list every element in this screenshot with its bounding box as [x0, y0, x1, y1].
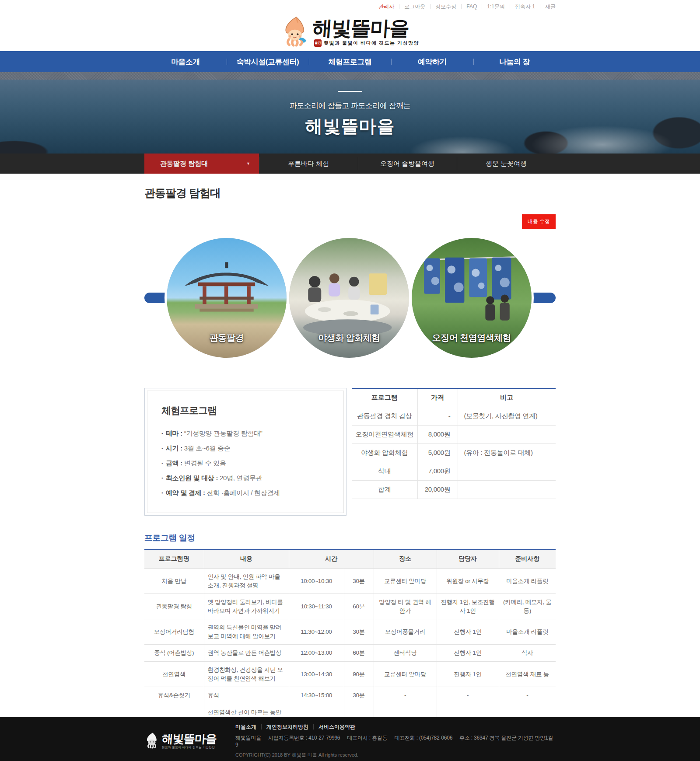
subnav-tab-blue-sea[interactable]: 푸른바다 체험 [259, 154, 358, 174]
site-header: 해빛뜰마을 울진 햇빛과 물빛이 바다에 깃드는 기성망양 [0, 13, 700, 51]
visitor-count: 접속자 1 [510, 4, 540, 9]
page: 관리자 로그아웃 정보수정 FAQ 1:1문의 접속자 1 새글 [0, 0, 700, 761]
util-link-inquiry[interactable]: 1:1문의 [482, 4, 510, 9]
price-row: 야생화 압화체험 5,000원 (유아 : 전통놀이로 대체) [352, 444, 556, 462]
desc-cell: 권역의 특산물인 미역을 말려보고 미역에 대해 알아보기 [204, 619, 289, 645]
hero-banner: 파도소리에 잠들고 파도소리에 잠깨는 해빛뜰마을 [0, 80, 700, 154]
price-header-price: 가격 [417, 388, 458, 407]
note-cell: (보물찾기, 사진촬영 연계) [458, 407, 556, 426]
nav-item-village-intro[interactable]: 마을소개 [144, 51, 227, 72]
footer-logo-subtitle: 햇빛과 물빛이 바다에 깃드는 기성망양 [162, 746, 217, 750]
footer-link-village-intro[interactable]: 마을소개 [235, 724, 262, 730]
schedule-heading: 프로그램 일정 [144, 532, 556, 544]
program-gallery: 관동팔경 [144, 235, 556, 366]
schedule-row: 오징어거리탐험 권역의 특산물인 미역을 말려보고 미역에 대해 알아보기 11… [144, 619, 556, 645]
hatched-strip [0, 72, 700, 80]
hero-divider [338, 91, 362, 92]
program-cell: 관동팔경 경치 감상 [352, 407, 417, 426]
site-logo[interactable]: 해빛뜰마을 울진 햇빛과 물빛이 바다에 깃드는 기성망양 [312, 18, 419, 47]
subnav-tab-squid-trip[interactable]: 오징어 솔방울여행 [358, 154, 457, 174]
edit-content-button[interactable]: 내용 수정 [522, 214, 556, 229]
footer-logo[interactable]: 해빛뜰마을 햇빛과 물빛이 바다에 깃드는 기성망양 [144, 731, 223, 751]
program-info-item-booking: ▪예약 및 결제 : 전화 ·홈페이지 / 현장결제 [161, 485, 329, 500]
manager-cell: 진행자 1인 [437, 661, 499, 687]
nav-item-reservation[interactable]: 예약하기 [391, 51, 473, 72]
materials-cell: 마을소개 리플릿 [499, 619, 556, 645]
manager-cell: 진행자 1인, 보조진행자 1인 [437, 594, 499, 619]
place-cell: 오징어풍물거리 [374, 619, 437, 645]
time-cell: 10:30~11:30 [289, 594, 344, 619]
util-link-logout[interactable]: 로그아웃 [399, 4, 430, 9]
manager-cell: 위원장 or 사무장 [437, 569, 499, 594]
nav-item-lodging[interactable]: 숙박시설(교류센터) [227, 51, 309, 72]
squid-mascot-icon[interactable] [281, 16, 309, 49]
main-nav: 마을소개 숙박시설(교류센터) 체험프로그램 예약하기 나눔의 장 [0, 51, 700, 72]
program-info-item-capacity: ▪최소인원 및 대상 : 20명, 연령무관 [161, 471, 329, 485]
subnav-tab-snow-trip[interactable]: 행운 눈꽃여행 [457, 154, 556, 174]
gallery-circle-dyeing[interactable]: 오징어 천염염색체험 [410, 236, 534, 360]
util-link-faq[interactable]: FAQ [462, 4, 482, 9]
note-cell: (유아 : 전통놀이로 대체) [458, 444, 556, 462]
footer-links: 마을소개 개인정보처리방침 서비스이용약관 [235, 724, 556, 730]
materials-cell: (카메라, 메모지, 물 등) [499, 594, 556, 619]
price-row: 식대 7,000원 [352, 462, 556, 481]
footer-copyright: COPYRIGHT(C) 2018 BY 해빛뜰 마을 All rights r… [235, 752, 556, 758]
place-cell: - [374, 687, 437, 704]
time-cell: 12:00~13:00 [289, 645, 344, 662]
program-cell: 오징어천연염색체험 [352, 426, 417, 444]
schedule-header-row: 프로그램명 내용 시간 장소 담당자 준비사항 [144, 549, 556, 569]
schedule-row: 중식 (어촌밥상) 권역 농산물로 만든 어촌밥상 12:00~13:00 60… [144, 645, 556, 662]
program-info-item-theme: ▪테마 : “기성망양 관동팔경 탐험대” [161, 426, 329, 441]
sub-nav: 관동팔경 탐험대 ▼ 푸른바다 체험 오징어 솔방울여행 행운 눈꽃여행 [0, 154, 700, 174]
time-cell: 13:00~14:30 [289, 661, 344, 687]
program-info-title: 체험프로그램 [161, 404, 329, 417]
manager-cell: 진행자 1인 [437, 645, 499, 662]
price-header-note: 비고 [458, 388, 556, 407]
price-table: 프로그램 가격 비고 관동팔경 경치 감상 - (보물찾기, 사진촬영 연계) … [352, 388, 556, 499]
name-cell: 오징어거리탐험 [144, 619, 204, 645]
program-info-item-price: ▪금액 : 변경될 수 있음 [161, 456, 329, 471]
footer-link-terms[interactable]: 서비스이용약관 [314, 724, 360, 730]
program-cell: 식대 [352, 462, 417, 481]
schedule-row: 천연염색 환경친화성, 건강성을 지닌 오징어 먹물 천연염색 해보기 13:0… [144, 661, 556, 687]
duration-cell: 30분 [344, 687, 374, 704]
footer-link-privacy[interactable]: 개인정보처리방침 [262, 724, 314, 730]
materials-cell: 식사 [499, 645, 556, 662]
note-cell [458, 426, 556, 444]
footer-logo-title: 해빛뜰마을 [161, 733, 217, 744]
bullet-icon: ▪ [161, 461, 163, 465]
util-link-admin[interactable]: 관리자 [374, 4, 399, 9]
schedule-header-materials: 준비사항 [499, 549, 556, 569]
price-cell: - [417, 407, 458, 426]
util-link-edit-info[interactable]: 정보수정 [430, 4, 462, 9]
chevron-down-icon: ▼ [246, 161, 250, 166]
nav-item-sharing[interactable]: 나눔의 장 [473, 51, 556, 72]
schedule-row: 휴식&손씻기 휴식 14:30~15:00 30분 - - - [144, 687, 556, 704]
manager-cell: - [437, 687, 499, 704]
price-cell: 5,000원 [417, 444, 458, 462]
price-row: 오징어천연염색체험 8,000원 [352, 426, 556, 444]
manager-cell: 진행자 1인 [437, 619, 499, 645]
circle-caption: 야생화 압화체험 [289, 332, 409, 344]
subnav-tab-gwandong[interactable]: 관동팔경 탐험대 ▼ [144, 154, 259, 174]
footer-squid-icon [144, 731, 159, 751]
time-cell: 11:30~12:00 [289, 619, 344, 645]
page-title: 관동팔경 탐험대 [144, 186, 556, 200]
price-table-header-row: 프로그램 가격 비고 [352, 388, 556, 407]
duration-cell: 30분 [344, 569, 374, 594]
subnav-tab-label: 관동팔경 탐험대 [160, 160, 208, 168]
circle-caption: 관동팔경 [167, 332, 287, 344]
gallery-circle-craft[interactable]: 야생화 압화체험 [287, 236, 411, 360]
time-cell: 14:30~15:00 [289, 687, 344, 704]
util-link-new-posts[interactable]: 새글 [540, 4, 556, 9]
schedule-header-name: 프로그램명 [144, 549, 204, 569]
price-cell: 8,000원 [417, 426, 458, 444]
nav-item-programs[interactable]: 체험프로그램 [309, 51, 391, 72]
desc-cell: 옛 망양정터 둘러보기, 바다를 바라보며 자연과 가까워지기 [204, 594, 289, 619]
schedule-header-time: 시간 [289, 549, 374, 569]
schedule-header-manager: 담당자 [437, 549, 499, 569]
main-content: 관동팔경 탐험대 내용 수정 [144, 174, 556, 761]
program-cell: 야생화 압화체험 [352, 444, 417, 462]
gallery-circle-pavilion[interactable]: 관동팔경 [164, 236, 289, 360]
price-row: 관동팔경 경치 감상 - (보물찾기, 사진촬영 연계) [352, 407, 556, 426]
